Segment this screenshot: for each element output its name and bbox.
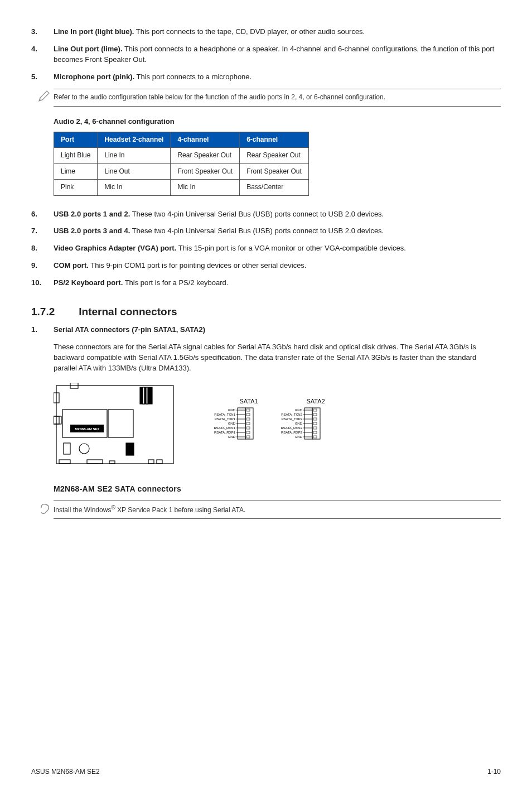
svg-text:RSATA_RXP2: RSATA_RXP2	[281, 431, 303, 434]
note-sup: ®	[111, 504, 115, 511]
svg-rect-47	[313, 409, 317, 411]
paperclip-icon	[37, 500, 54, 519]
svg-rect-16	[148, 460, 154, 464]
item-title: USB 2.0 ports 3 and 4.	[54, 227, 130, 235]
svg-text:RSATA_TXN2: RSATA_TXN2	[281, 413, 302, 416]
item-text: This port connects to the tape, CD, DVD …	[134, 27, 365, 36]
svg-rect-14	[59, 460, 70, 464]
section-heading: 1.7.2 Internal connectors	[31, 304, 501, 320]
svg-text:SATA1: SATA1	[239, 398, 258, 405]
note-text: Refer to the audio configuration table b…	[54, 89, 501, 106]
item-num: 8.	[31, 243, 54, 254]
svg-rect-32	[246, 422, 250, 425]
item-text: This 15-pin port is for a VGA monitor or…	[176, 244, 406, 252]
section-title: Internal connectors	[79, 306, 177, 317]
item-text: This port is for a PS/2 keyboard.	[123, 278, 228, 287]
svg-text:RSATA_RXP1: RSATA_RXP1	[214, 431, 236, 434]
audio-config-heading: Audio 2, 4, 6-channel configuration	[54, 117, 501, 127]
svg-text:RSATA_RXN2: RSATA_RXN2	[281, 426, 303, 430]
svg-rect-62	[313, 431, 317, 434]
table-header: 4-channel	[171, 132, 240, 148]
table-header: Headset 2-channel	[98, 132, 171, 148]
svg-text:GND: GND	[295, 422, 303, 425]
svg-rect-15	[87, 460, 103, 464]
note-text-post: XP Service Pack 1 before using Serial AT…	[115, 506, 245, 514]
item-text: These two 4-pin Universal Serial Bus (US…	[130, 210, 384, 218]
item-num: 3.	[31, 27, 54, 37]
svg-text:RSATA_TXP2: RSATA_TXP2	[282, 417, 303, 421]
table-row: PinkMic InMic InBass/Center	[54, 180, 309, 195]
item-title: Serial ATA connectors (7-pin SATA1, SATA…	[54, 325, 205, 334]
item-num: 6.	[31, 209, 54, 220]
item-title: Line In port (light blue).	[54, 27, 134, 36]
svg-rect-65	[313, 436, 317, 438]
item-title: PS/2 Keyboard port.	[54, 278, 123, 287]
svg-rect-18	[109, 461, 115, 464]
pencil-icon	[37, 89, 54, 107]
svg-rect-4	[146, 387, 148, 404]
item-text: This port connects to a microphone.	[134, 73, 252, 81]
figure-caption: M2N68-AM SE2 SATA connectors	[54, 483, 501, 494]
svg-rect-7	[54, 416, 61, 424]
item-num: 7.	[31, 226, 54, 237]
item-title: Video Graphics Adapter (VGA) port.	[54, 244, 176, 252]
svg-rect-11	[64, 443, 70, 454]
note-audio-config: Refer to the audio configuration table b…	[37, 89, 501, 107]
item-num: 9.	[31, 261, 54, 271]
svg-rect-50	[313, 413, 317, 416]
item-title: COM port.	[54, 261, 89, 269]
svg-rect-13	[126, 443, 134, 455]
item-title: Microphone port (pink).	[54, 73, 134, 81]
sata-connectors-figure: M2N68-AM SE2 SATA1 GNDRSATA_TXN1RSATA_TX…	[54, 383, 501, 494]
table-header: Port	[54, 132, 98, 148]
svg-text:GND: GND	[295, 435, 303, 439]
svg-text:GND: GND	[228, 435, 236, 439]
list-ports-mid: 6. USB 2.0 ports 1 and 2. These two 4-pi…	[31, 209, 501, 288]
table-header: 6-channel	[240, 132, 309, 148]
audio-config-table: Port Headset 2-channel 4-channel 6-chann…	[54, 132, 309, 196]
note-text-pre: Install the Windows	[54, 506, 111, 514]
section-number: 1.7.2	[31, 304, 76, 320]
svg-point-12	[79, 444, 89, 454]
svg-text:GND: GND	[295, 408, 303, 412]
svg-rect-23	[246, 409, 250, 411]
svg-rect-53	[313, 418, 317, 420]
svg-rect-56	[313, 422, 317, 425]
svg-text:GND: GND	[228, 422, 236, 425]
item-num: 4.	[31, 44, 54, 65]
note-windows-sp1: Install the Windows® XP Service Pack 1 b…	[37, 500, 501, 519]
item-text: This 9-pin COM1 port is for pointing dev…	[89, 261, 307, 269]
svg-rect-9	[108, 410, 133, 437]
table-row: LimeLine OutFront Speaker OutFront Speak…	[54, 163, 309, 179]
item-title: USB 2.0 ports 1 and 2.	[54, 210, 130, 218]
svg-rect-17	[157, 460, 162, 464]
svg-text:M2N68-AM SE2: M2N68-AM SE2	[75, 427, 99, 431]
svg-rect-26	[246, 413, 250, 416]
item-num: 1.	[31, 325, 54, 335]
sata-paragraph: These connectors are for the Serial ATA …	[54, 342, 501, 374]
item-text: These two 4-pin Universal Serial Bus (US…	[130, 227, 384, 235]
item-title: Line Out port (lime).	[54, 45, 123, 53]
svg-text:RSATA_TXP1: RSATA_TXP1	[215, 417, 236, 421]
svg-text:SATA2: SATA2	[306, 398, 325, 405]
svg-rect-3	[143, 387, 144, 404]
svg-rect-38	[246, 431, 250, 434]
svg-rect-35	[246, 427, 250, 429]
list-internal-connectors: 1. Serial ATA connectors (7-pin SATA1, S…	[31, 325, 501, 335]
svg-rect-59	[313, 427, 317, 429]
list-ports-top: 3. Line In port (light blue). This port …	[31, 27, 501, 82]
table-row: Light BlueLine InRear Speaker OutRear Sp…	[54, 148, 309, 163]
item-num: 10.	[31, 278, 54, 288]
svg-rect-41	[246, 436, 250, 438]
svg-rect-29	[246, 418, 250, 420]
svg-rect-8	[62, 410, 107, 437]
item-num: 5.	[31, 72, 54, 83]
svg-text:RSATA_RXN1: RSATA_RXN1	[214, 426, 236, 430]
svg-text:GND: GND	[228, 408, 236, 412]
svg-text:RSATA_TXN1: RSATA_TXN1	[214, 413, 235, 416]
